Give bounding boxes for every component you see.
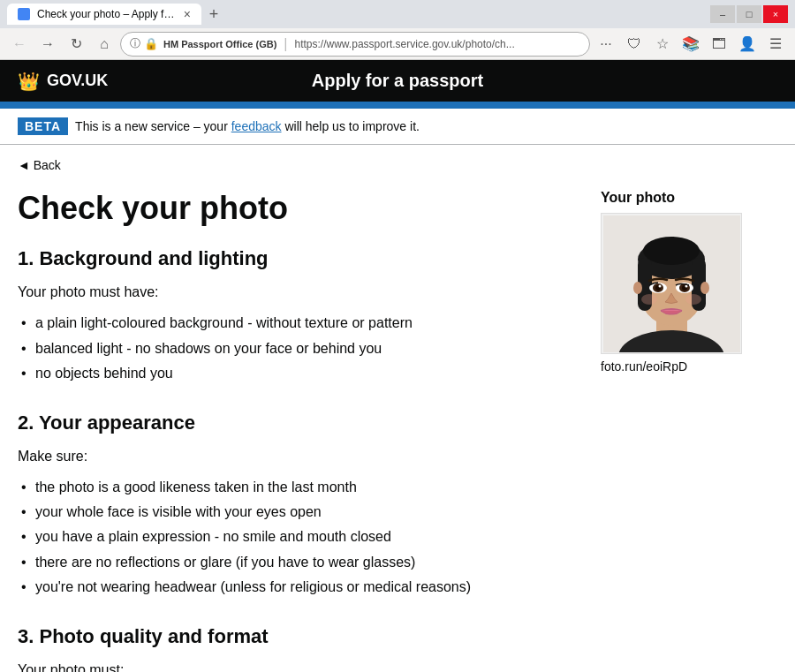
photo-sidebar: Your photo xyxy=(601,190,777,672)
gov-logo-text: GOV.UK xyxy=(47,72,108,90)
window-controls: – □ × xyxy=(710,5,788,23)
refresh-button[interactable]: ↻ xyxy=(64,32,88,57)
profile-icon[interactable]: 👤 xyxy=(735,32,760,57)
toolbar-icons: ··· 🛡 ☆ 📚 🗔 👤 ☰ xyxy=(594,32,788,57)
feedback-link[interactable]: feedback xyxy=(231,119,282,133)
section-2-heading: 2. Your appearance xyxy=(18,412,565,434)
shield-icon[interactable]: 🛡 xyxy=(622,32,647,57)
photo-caption: foto.run/eoiRpD xyxy=(601,359,777,374)
list-item: no objects behind you xyxy=(18,361,565,386)
maximize-button[interactable]: □ xyxy=(737,5,761,23)
gov-header: 👑 GOV.UK Apply for a passport xyxy=(0,60,795,102)
tab-favicon xyxy=(18,8,30,20)
svg-point-9 xyxy=(700,282,709,294)
section-1-intro: Your photo must have: xyxy=(18,284,565,300)
svg-point-7 xyxy=(643,237,700,265)
list-item: you have a plain expression - no smile a… xyxy=(18,525,565,549)
browser-titlebar: Check your photo – Apply fo... × + – □ × xyxy=(0,0,795,28)
blue-bar xyxy=(0,102,795,109)
page-wrapper: 👑 GOV.UK Apply for a passport BETA This … xyxy=(0,60,795,672)
menu-icon[interactable]: ☰ xyxy=(763,32,788,57)
beta-text: This is a new service – your feedback wi… xyxy=(75,119,420,133)
security-icons: ⓘ 🔒 xyxy=(130,36,158,51)
browser-window: Check your photo – Apply fo... × + – □ ×… xyxy=(0,0,795,672)
org-label: HM Passport Office (GB) xyxy=(163,39,276,49)
section-1-heading: 1. Background and lighting xyxy=(18,247,565,270)
tab-close-icon[interactable]: × xyxy=(184,7,191,21)
back-link[interactable]: ◄ Back xyxy=(18,145,61,181)
browser-navbar: ← → ↻ ⌂ ⓘ 🔒 HM Passport Office (GB) | ht… xyxy=(0,28,795,60)
section-3-intro: Your photo must: xyxy=(18,662,565,672)
new-tab-button[interactable]: + xyxy=(201,2,226,26)
tab-title: Check your photo – Apply fo... xyxy=(37,8,177,20)
star-icon[interactable]: ☆ xyxy=(650,32,675,57)
crown-icon: 👑 xyxy=(18,71,40,92)
svg-point-8 xyxy=(633,282,642,294)
svg-point-13 xyxy=(658,284,661,287)
photo-label: Your photo xyxy=(601,190,777,206)
tab-manager-icon[interactable]: 🗔 xyxy=(707,32,731,57)
gov-header-title: Apply for a passport xyxy=(312,71,483,91)
beta-badge: BETA xyxy=(18,117,68,135)
minimize-button[interactable]: – xyxy=(710,5,735,23)
svg-point-18 xyxy=(641,294,657,305)
url-divider: | xyxy=(284,36,287,52)
url-text: https://www.passport.service.gov.uk/phot… xyxy=(295,38,580,50)
section-1-list: a plain light-coloured background - with… xyxy=(18,311,565,386)
forward-button[interactable]: → xyxy=(35,32,60,57)
list-item: your whole face is visible with your eye… xyxy=(18,500,565,525)
list-item: you're not wearing headwear (unless for … xyxy=(18,575,565,600)
browser-tab[interactable]: Check your photo – Apply fo... × xyxy=(7,4,201,25)
reading-list-icon[interactable]: 📚 xyxy=(678,32,703,57)
page-content: ◄ Back Check your photo 1. Background an… xyxy=(0,145,795,672)
beta-text-after: will help us to improve it. xyxy=(282,119,420,133)
passport-photo xyxy=(601,213,742,354)
page-heading: Check your photo xyxy=(18,190,565,226)
section-2-intro: Make sure: xyxy=(18,449,565,464)
address-bar[interactable]: ⓘ 🔒 HM Passport Office (GB) | https://ww… xyxy=(120,32,590,57)
beta-text-before: This is a new service – your xyxy=(75,119,231,133)
beta-bar: BETA This is a new service – your feedba… xyxy=(0,109,795,145)
home-button[interactable]: ⌂ xyxy=(92,32,117,57)
more-options-icon[interactable]: ··· xyxy=(594,32,618,57)
back-button[interactable]: ← xyxy=(7,32,32,57)
svg-point-19 xyxy=(685,294,701,305)
content-main: Check your photo 1. Background and light… xyxy=(18,190,565,672)
content-row: Check your photo 1. Background and light… xyxy=(18,190,777,672)
lock-icon: 🔒 xyxy=(144,37,158,50)
section-3-heading: 3. Photo quality and format xyxy=(18,625,565,648)
list-item: the photo is a good likeness taken in th… xyxy=(18,475,565,500)
list-item: there are no reflections or glare (if yo… xyxy=(18,550,565,575)
gov-logo[interactable]: 👑 GOV.UK xyxy=(18,71,108,92)
list-item: a plain light-coloured background - with… xyxy=(18,311,565,336)
close-button[interactable]: × xyxy=(763,5,788,23)
list-item: balanced light - no shadows on your face… xyxy=(18,336,565,361)
section-2-list: the photo is a good likeness taken in th… xyxy=(18,475,565,600)
passport-photo-svg xyxy=(603,215,740,352)
info-icon: ⓘ xyxy=(130,36,140,51)
